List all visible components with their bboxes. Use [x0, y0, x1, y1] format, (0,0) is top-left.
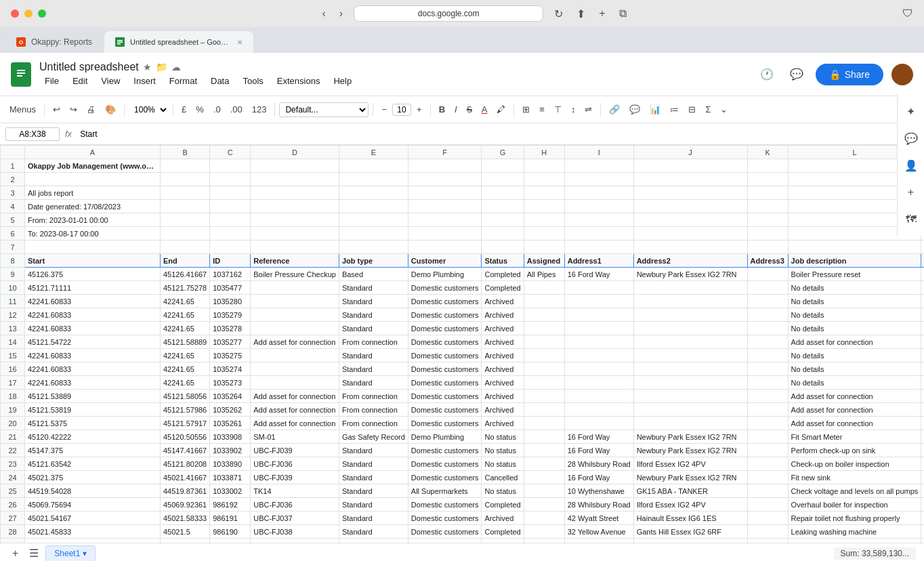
- cell[interactable]: 1035277: [210, 335, 251, 349]
- cell[interactable]: [564, 295, 633, 308]
- cell[interactable]: Archived: [482, 308, 524, 322]
- cell[interactable]: [921, 430, 924, 444]
- cell[interactable]: Domestic customers: [408, 417, 482, 430]
- cell[interactable]: [747, 498, 788, 512]
- cell[interactable]: Archived: [482, 376, 524, 390]
- sidebar-plus-icon[interactable]: +: [900, 182, 922, 203]
- strikethrough-btn[interactable]: S̶: [463, 102, 476, 117]
- cell[interactable]: Newbury Park Essex IG2 7RN: [633, 430, 747, 444]
- sheets-icon-btn[interactable]: ⊟: [684, 102, 700, 117]
- cell[interactable]: Add asset for connection: [251, 390, 339, 403]
- row-header-24[interactable]: 24: [1, 471, 25, 484]
- cell[interactable]: 1035280: [210, 295, 251, 308]
- cell[interactable]: 28 Whilsbury Road: [564, 457, 633, 471]
- cell[interactable]: Date generated: 17/08/2023: [25, 200, 161, 213]
- windows-button[interactable]: ⧉: [616, 6, 629, 21]
- italic-btn[interactable]: I: [450, 102, 461, 117]
- text-dir-btn[interactable]: ⇌: [581, 102, 596, 117]
- row-header-7[interactable]: 7: [1, 241, 25, 254]
- cell[interactable]: Cancelled: [482, 471, 524, 484]
- cell[interactable]: [747, 308, 788, 322]
- cell[interactable]: Domestic customers: [408, 498, 482, 512]
- cell[interactable]: Completed: [482, 525, 524, 539]
- cell[interactable]: Domestic customers: [408, 539, 482, 543]
- row-header-25[interactable]: 25: [1, 484, 25, 498]
- cell[interactable]: 44519.54028: [25, 484, 161, 498]
- cell[interactable]: [251, 349, 339, 362]
- cell[interactable]: 44519.87361: [161, 484, 210, 498]
- cell[interactable]: Standard: [339, 362, 408, 376]
- row-header-10[interactable]: 10: [1, 281, 25, 295]
- cell[interactable]: [210, 173, 251, 186]
- cell[interactable]: [408, 173, 482, 186]
- cell[interactable]: [482, 173, 524, 186]
- cell[interactable]: [251, 308, 339, 322]
- cell[interactable]: 16 Ford Way: [564, 539, 633, 543]
- wrap-btn[interactable]: ↕: [567, 102, 580, 117]
- cell[interactable]: 1035279: [210, 308, 251, 322]
- row-header-2[interactable]: 2: [1, 173, 25, 186]
- cell[interactable]: [564, 390, 633, 403]
- cell[interactable]: [251, 295, 339, 308]
- cell[interactable]: [210, 213, 251, 227]
- cell[interactable]: [408, 200, 482, 213]
- cell[interactable]: [921, 376, 924, 390]
- cell[interactable]: UBC-FJ039: [251, 539, 339, 543]
- cell[interactable]: [921, 349, 924, 362]
- cell[interactable]: [921, 457, 924, 471]
- cell[interactable]: [339, 173, 408, 186]
- cell[interactable]: UBC-FJ036: [251, 498, 339, 512]
- cell[interactable]: [747, 512, 788, 525]
- cell[interactable]: Domestic customers: [408, 362, 482, 376]
- cell[interactable]: Standard: [339, 471, 408, 484]
- percent-btn[interactable]: %: [192, 102, 208, 117]
- cell[interactable]: [251, 227, 339, 241]
- cell[interactable]: 45070.56736: [921, 525, 924, 539]
- cell[interactable]: [524, 308, 564, 322]
- cell[interactable]: [921, 308, 924, 322]
- tab-close-icon[interactable]: ✕: [237, 39, 243, 46]
- cell[interactable]: Job type: [339, 254, 408, 268]
- cell[interactable]: 42241.65: [161, 308, 210, 322]
- align-v-btn[interactable]: ⊤: [550, 102, 566, 117]
- cell[interactable]: [633, 173, 747, 186]
- cell[interactable]: Add asset for connection: [788, 417, 921, 430]
- cell[interactable]: [921, 295, 924, 308]
- cell[interactable]: [524, 335, 564, 349]
- row-header-14[interactable]: 14: [1, 335, 25, 349]
- cell[interactable]: [482, 186, 524, 200]
- cell[interactable]: Repair toilet not flushing properly: [788, 512, 921, 525]
- link-btn[interactable]: 🔗: [605, 102, 624, 117]
- menu-view[interactable]: View: [96, 75, 125, 87]
- cell[interactable]: [921, 444, 924, 457]
- cell[interactable]: [921, 322, 924, 335]
- cell[interactable]: [747, 227, 788, 241]
- cell[interactable]: [747, 173, 788, 186]
- cell[interactable]: [747, 403, 788, 417]
- cell[interactable]: All jobs report: [25, 186, 161, 200]
- cell[interactable]: Add asset for connection: [251, 417, 339, 430]
- cell[interactable]: Standard: [339, 484, 408, 498]
- cell[interactable]: [251, 213, 339, 227]
- cell[interactable]: 45121.57986: [161, 403, 210, 417]
- cell[interactable]: Standard: [339, 498, 408, 512]
- row-header-29[interactable]: 29: [1, 539, 25, 543]
- sidebar-map-icon[interactable]: 🗺: [900, 209, 922, 230]
- cell[interactable]: [564, 241, 633, 254]
- cell[interactable]: [633, 186, 747, 200]
- cell[interactable]: Perform check-up on sink: [788, 444, 921, 457]
- cell[interactable]: [564, 349, 633, 362]
- close-button[interactable]: [11, 9, 19, 18]
- cell[interactable]: [747, 539, 788, 543]
- cell[interactable]: Check-up on boiler inspection: [788, 457, 921, 471]
- cell[interactable]: [921, 403, 924, 417]
- cell[interactable]: 42241.60833: [25, 308, 161, 322]
- cell[interactable]: [524, 390, 564, 403]
- zoom-select[interactable]: 100% 75% 125%: [129, 103, 169, 117]
- menu-help[interactable]: Help: [328, 75, 357, 87]
- cell[interactable]: [633, 241, 747, 254]
- cell[interactable]: [524, 430, 564, 444]
- cell[interactable]: Address2: [633, 254, 747, 268]
- cell[interactable]: Standard: [339, 376, 408, 390]
- cell[interactable]: No status: [482, 484, 524, 498]
